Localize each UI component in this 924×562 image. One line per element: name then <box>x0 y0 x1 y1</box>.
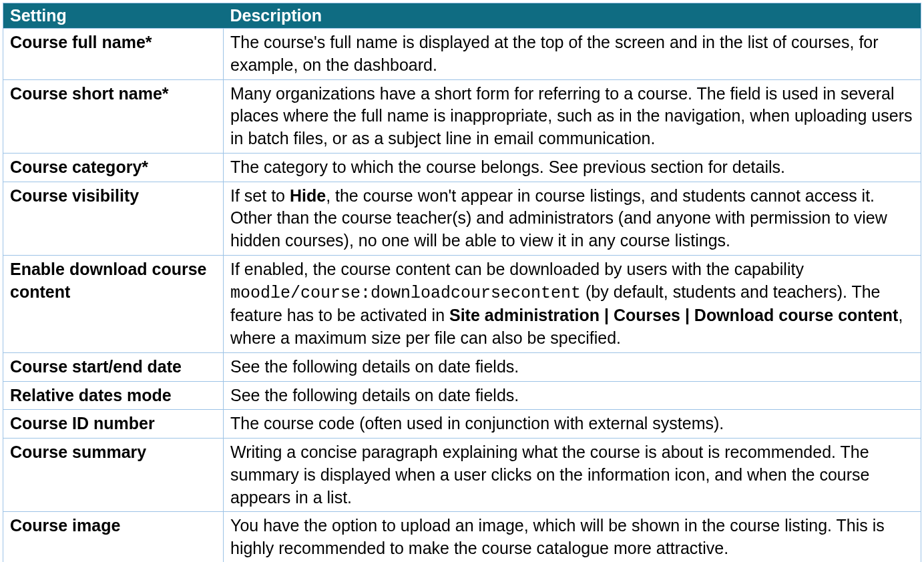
setting-description: You have the option to upload an image, … <box>224 512 921 562</box>
table-row: Course category* The category to which t… <box>3 153 921 182</box>
setting-description: See the following details on date fields… <box>224 352 921 381</box>
table-row: Course full name* The course's full name… <box>3 29 921 80</box>
header-setting: Setting <box>3 3 224 29</box>
setting-description: If set to Hide, the course won't appear … <box>224 182 921 255</box>
table-row: Relative dates mode See the following de… <box>3 381 921 410</box>
mono-text: moodle/course:downloadcoursecontent <box>230 284 581 303</box>
setting-label: Course visibility <box>3 182 224 255</box>
setting-description: If enabled, the course content can be do… <box>224 255 921 352</box>
bold-text: Site administration | Courses | Download… <box>449 306 898 324</box>
setting-description: The course code (often used in conjuncti… <box>224 410 921 439</box>
table-row: Course short name* Many organizations ha… <box>3 79 921 153</box>
text-part: , the course won't appear in course list… <box>230 186 887 250</box>
setting-label: Course image <box>3 512 224 562</box>
setting-label: Course ID number <box>3 410 224 439</box>
table-row: Course ID number The course code (often … <box>3 410 921 439</box>
setting-description: The course's full name is displayed at t… <box>224 29 921 80</box>
table-row: Course image You have the option to uplo… <box>3 512 921 562</box>
settings-table: Setting Description Course full name* Th… <box>3 3 921 562</box>
setting-description: See the following details on date fields… <box>224 381 921 410</box>
table-row: Course summary Writing a concise paragra… <box>3 439 921 512</box>
setting-description: Many organizations have a short form for… <box>224 79 921 153</box>
text-part: If enabled, the course content can be do… <box>230 260 804 278</box>
text-part: If set to <box>230 186 290 205</box>
setting-label: Course short name* <box>3 79 224 153</box>
setting-label: Course start/end date <box>3 352 224 381</box>
table-row: Course start/end date See the following … <box>3 352 921 381</box>
table-header-row: Setting Description <box>3 3 921 29</box>
setting-description: Writing a concise paragraph explaining w… <box>224 439 921 512</box>
table-row: Course visibility If set to Hide, the co… <box>3 182 921 255</box>
setting-label: Course category* <box>3 153 224 182</box>
setting-label: Relative dates mode <box>3 381 224 410</box>
setting-label: Enable download course content <box>3 255 224 352</box>
setting-label: Course full name* <box>3 29 224 80</box>
setting-description: The category to which the course belongs… <box>224 153 921 182</box>
table-row: Enable download course content If enable… <box>3 255 921 352</box>
bold-text: Hide <box>290 186 326 205</box>
setting-label: Course summary <box>3 439 224 512</box>
header-description: Description <box>224 3 921 29</box>
